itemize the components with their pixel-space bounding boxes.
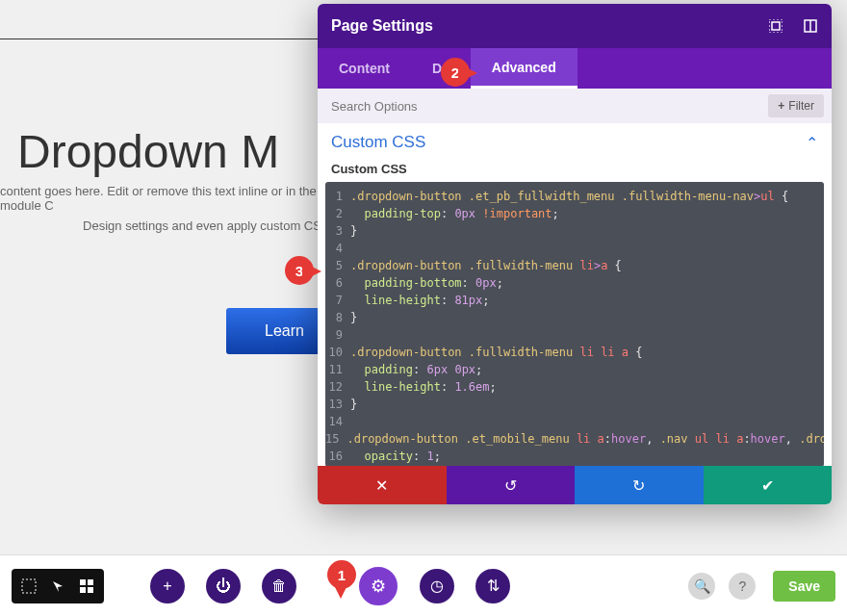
view-mode-group — [12, 569, 104, 603]
power-icon: ⏻ — [216, 578, 231, 595]
svg-rect-4 — [22, 579, 36, 593]
svg-rect-9 — [88, 587, 93, 593]
page-settings-button[interactable]: ⚙ — [358, 566, 398, 606]
search-icon: 🔍 — [694, 578, 710, 594]
callout-1: 1 — [327, 560, 356, 589]
power-button[interactable]: ⏻ — [206, 569, 241, 603]
redo-button[interactable]: ↻ — [575, 466, 704, 504]
close-icon: ✕ — [375, 476, 388, 495]
filter-label: Filter — [788, 99, 814, 113]
wireframe-view-icon[interactable] — [15, 573, 42, 600]
grid-view-icon[interactable] — [73, 573, 100, 600]
trash-icon: 🗑 — [271, 578, 287, 595]
chevron-up-icon: ⌃ — [806, 134, 818, 152]
search-options[interactable]: Search Options — [331, 99, 418, 114]
section-header-custom-css[interactable]: Custom CSS ⌃ — [318, 123, 832, 156]
help-button[interactable]: ? — [729, 573, 756, 600]
confirm-button[interactable]: ✔ — [704, 466, 833, 504]
history-icon: ◷ — [430, 577, 444, 595]
redo-icon: ↻ — [632, 476, 645, 495]
updown-icon: ⇅ — [487, 577, 500, 595]
svg-rect-7 — [88, 579, 93, 585]
hero-copy-1: content goes here. Edit or remove this t… — [0, 184, 327, 213]
hero-copy-2: Design settings and even apply custom CS — [38, 218, 366, 233]
undo-icon: ↺ — [504, 476, 517, 495]
options-bar: Search Options +Filter — [318, 89, 832, 123]
save-button[interactable]: Save — [773, 571, 835, 602]
expand-icon[interactable] — [803, 18, 818, 34]
portability-button[interactable]: ⇅ — [475, 569, 510, 603]
callout-2: 2 — [441, 58, 470, 87]
add-button[interactable]: + — [150, 569, 185, 603]
click-view-icon[interactable] — [44, 573, 71, 600]
gear-icon: ⚙ — [371, 576, 386, 597]
divider — [0, 38, 337, 39]
modal-action-bar: ✕ ↺ ↻ ✔ — [318, 466, 832, 504]
trash-button[interactable]: 🗑 — [262, 569, 296, 603]
check-icon: ✔ — [761, 476, 774, 495]
modal-title: Page Settings — [331, 17, 433, 35]
svg-rect-6 — [80, 579, 86, 585]
page-settings-modal: Page Settings Content De Advanced Search… — [318, 4, 832, 504]
cancel-button[interactable]: ✕ — [318, 466, 447, 504]
field-label-custom-css: Custom CSS — [318, 156, 832, 182]
plus-icon: + — [163, 578, 171, 595]
callout-3: 3 — [285, 256, 314, 285]
svg-marker-5 — [53, 581, 63, 592]
svg-rect-0 — [772, 22, 780, 30]
builder-bar: + ⏻ 🗑 ⚙ ◷ ⇅ 🔍 ? Save — [0, 554, 847, 616]
help-icon: ? — [738, 578, 746, 594]
css-code-editor[interactable]: 1.dropdown-button .et_pb_fullwidth_menu … — [325, 182, 824, 467]
tab-content[interactable]: Content — [318, 48, 411, 89]
modal-header: Page Settings — [318, 4, 832, 48]
section-title: Custom CSS — [331, 133, 425, 152]
undo-button[interactable]: ↺ — [447, 466, 576, 504]
snap-icon[interactable] — [768, 18, 783, 34]
history-button[interactable]: ◷ — [420, 569, 454, 603]
learn-label: Learn — [265, 322, 304, 340]
svg-rect-8 — [80, 587, 86, 593]
search-button[interactable]: 🔍 — [688, 573, 715, 600]
modal-tabs: Content De Advanced — [318, 48, 832, 89]
svg-rect-1 — [769, 19, 783, 33]
filter-button[interactable]: +Filter — [768, 94, 824, 117]
